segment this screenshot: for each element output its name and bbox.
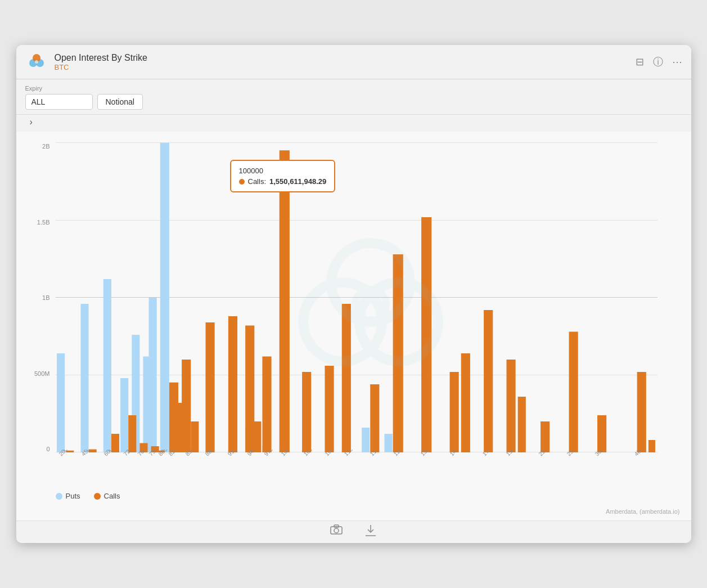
svg-rect-59: [362, 428, 370, 452]
svg-rect-48: [484, 310, 493, 452]
footer-icons: [244, 524, 463, 540]
chart-area: 0 500M 1B 1.5B 2B: [16, 132, 691, 520]
legend-calls: Calls: [94, 492, 120, 500]
svg-rect-8: [57, 353, 65, 452]
toolbar-controls: Notional: [25, 94, 682, 110]
svg-text:120000: 120000: [392, 450, 410, 457]
window-title: Open Interest By Strike: [55, 53, 629, 63]
legend: Puts Calls: [16, 486, 691, 506]
x-axis-svg: 20000 45000 60000 72000 76000 79000 8050…: [56, 450, 658, 483]
svg-text:88000: 88000: [204, 450, 219, 457]
y-label-500m: 500M: [22, 370, 50, 377]
x-axis: 20000 45000 60000 72000 76000 79000 8050…: [56, 450, 658, 483]
svg-rect-45: [421, 217, 431, 452]
footer: [16, 520, 691, 543]
svg-rect-36: [228, 316, 237, 452]
toolbar: Expiry Notional: [16, 79, 691, 115]
svg-text:60000: 60000: [102, 450, 118, 457]
bars-chart: [56, 143, 658, 452]
svg-rect-57: [253, 421, 261, 452]
expand-button[interactable]: ›: [25, 115, 37, 129]
y-label-1b: 1B: [22, 294, 50, 301]
svg-rect-11: [120, 378, 128, 452]
svg-text:145000: 145000: [448, 450, 466, 457]
bookmark-icon[interactable]: ⊟: [636, 56, 644, 68]
chart-container: 0 500M 1B 1.5B 2B: [16, 137, 691, 486]
calls-label: Calls: [104, 492, 120, 500]
svg-text:400000: 400000: [633, 450, 651, 457]
svg-rect-39: [279, 150, 289, 452]
svg-rect-44: [393, 254, 403, 452]
svg-text:115000: 115000: [368, 450, 386, 457]
svg-text:20000: 20000: [57, 450, 73, 457]
svg-rect-50: [517, 397, 525, 452]
svg-rect-10: [103, 279, 111, 452]
titlebar: Open Interest By Strike BTC ⊟ ⓘ ⋯: [16, 45, 691, 79]
svg-rect-42: [341, 304, 350, 452]
svg-text:97000: 97000: [263, 450, 278, 457]
svg-text:103000: 103000: [302, 450, 320, 457]
svg-rect-29: [128, 415, 136, 452]
svg-rect-53: [597, 415, 606, 452]
puts-dot: [56, 493, 62, 500]
title-block: Open Interest By Strike BTC: [55, 53, 629, 71]
svg-text:45000: 45000: [80, 450, 96, 457]
svg-point-3: [35, 60, 38, 64]
chart-inner: 0 500M 1B 1.5B 2B: [56, 143, 658, 452]
svg-rect-46: [449, 372, 458, 452]
titlebar-actions: ⊟ ⓘ ⋯: [636, 55, 682, 69]
svg-rect-58: [178, 403, 186, 452]
svg-rect-41: [325, 366, 334, 452]
svg-text:300000: 300000: [593, 450, 611, 457]
svg-text:250000: 250000: [565, 450, 583, 457]
svg-rect-40: [302, 372, 311, 452]
svg-text:72000: 72000: [122, 450, 138, 457]
svg-text:82000: 82000: [167, 450, 183, 457]
svg-text:190000: 190000: [505, 450, 523, 457]
main-window: Open Interest By Strike BTC ⊟ ⓘ ⋯ Expiry…: [16, 45, 691, 543]
svg-text:170000: 170000: [481, 450, 499, 457]
svg-text:85000: 85000: [184, 450, 200, 457]
y-label-15b: 1.5B: [22, 219, 50, 226]
y-axis: 0 500M 1B 1.5B 2B: [22, 143, 50, 452]
svg-rect-14: [148, 298, 156, 452]
svg-rect-9: [80, 304, 88, 452]
notional-button[interactable]: Notional: [97, 94, 143, 110]
svg-rect-38: [262, 357, 271, 453]
svg-rect-15: [160, 143, 169, 452]
svg-text:130000: 130000: [419, 450, 437, 457]
download-icon[interactable]: [365, 524, 376, 540]
svg-rect-51: [541, 421, 550, 452]
svg-rect-49: [506, 360, 515, 452]
more-icon[interactable]: ⋯: [672, 56, 682, 68]
svg-point-89: [334, 528, 339, 533]
legend-puts: Puts: [56, 492, 80, 500]
y-label-0: 0: [22, 446, 50, 452]
svg-rect-56: [191, 421, 199, 452]
expiry-input[interactable]: [25, 94, 93, 110]
svg-text:100000: 100000: [280, 450, 298, 457]
puts-label: Puts: [66, 492, 80, 500]
calls-dot: [94, 493, 101, 500]
svg-rect-33: [169, 383, 178, 452]
svg-rect-43: [370, 384, 379, 452]
y-label-2b: 2B: [22, 143, 50, 150]
expiry-label: Expiry: [25, 85, 682, 92]
attribution-row: Amberdata, (amberdata.io): [16, 506, 691, 520]
camera-icon[interactable]: [330, 524, 343, 540]
svg-rect-54: [637, 372, 646, 452]
svg-text:110000: 110000: [343, 450, 361, 457]
svg-text:91000: 91000: [226, 450, 242, 457]
app-logo: [25, 51, 48, 73]
svg-rect-35: [205, 322, 214, 452]
svg-text:94000: 94000: [246, 450, 262, 457]
svg-rect-90: [334, 525, 339, 527]
svg-rect-37: [245, 326, 254, 453]
svg-text:106000: 106000: [323, 450, 341, 457]
svg-rect-47: [461, 353, 470, 452]
expand-row: ›: [16, 115, 691, 132]
attribution-text: Amberdata, (amberdata.io): [606, 508, 679, 515]
svg-text:220000: 220000: [537, 450, 555, 457]
info-icon[interactable]: ⓘ: [653, 55, 663, 69]
window-subtitle: BTC: [55, 63, 629, 71]
